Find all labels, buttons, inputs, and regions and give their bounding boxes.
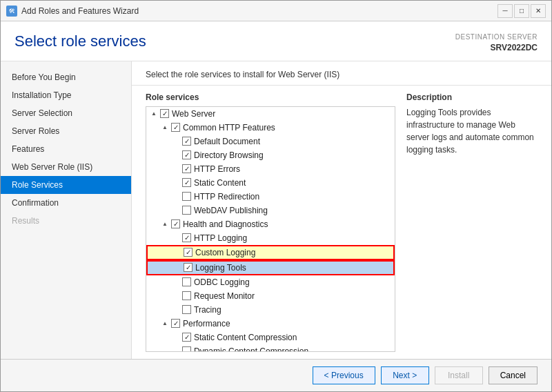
tree-item-http-errors[interactable]: HTTP Errors (146, 162, 395, 176)
tree-item-health-diag[interactable]: ▲Health and Diagnostics (146, 217, 395, 231)
checkbox-http-logging[interactable] (182, 233, 191, 242)
destination-label: DESTINATION SERVER (455, 32, 538, 42)
checkbox-tracing[interactable] (182, 305, 191, 314)
next-button[interactable]: Next > (381, 366, 429, 384)
tree-item-dynamic-compress[interactable]: Dynamic Content Compression (146, 344, 395, 352)
tree-item-web-server[interactable]: ▲Web Server (146, 107, 395, 121)
checkbox-request-monitor[interactable] (182, 291, 191, 300)
checkbox-odbc-logging[interactable] (182, 277, 191, 286)
expand-icon-logging-tools[interactable] (172, 263, 182, 273)
tree-item-default-doc[interactable]: Default Document (146, 135, 395, 148)
tree-item-http-redirect[interactable]: HTTP Redirection (146, 190, 395, 204)
sidebar-item-server-selection[interactable]: Server Selection (1, 104, 131, 122)
content-body: Role services ▲Web Server▲Common HTTP Fe… (132, 86, 551, 359)
sidebar-item-server-roles[interactable]: Server Roles (1, 122, 131, 140)
tree-label-http-errors: HTTP Errors (194, 164, 240, 174)
expand-icon-default-doc[interactable] (171, 137, 181, 146)
tree-label-http-redirect: HTTP Redirection (194, 192, 259, 202)
tree-label-web-server: Web Server (172, 109, 215, 119)
checkbox-dir-browsing[interactable] (182, 150, 191, 159)
expand-icon-static-compress[interactable] (171, 333, 181, 342)
expand-icon-http-redirect[interactable] (171, 192, 181, 202)
sidebar-item-installation-type[interactable]: Installation Type (1, 86, 131, 104)
content-area: Before You BeginInstallation TypeServer … (1, 61, 551, 359)
tree-item-tracing[interactable]: Tracing (146, 303, 395, 317)
description-panel: Description Logging Tools provides infra… (406, 92, 538, 352)
expand-icon-common-http[interactable]: ▲ (160, 123, 170, 133)
expand-icon-web-server[interactable]: ▲ (149, 109, 159, 119)
tree-label-dynamic-compress: Dynamic Content Compression (194, 346, 308, 352)
header-section: Select role services DESTINATION SERVER … (1, 21, 551, 61)
tree-item-http-logging[interactable]: HTTP Logging (146, 231, 395, 245)
sidebar-item-confirmation[interactable]: Confirmation (1, 194, 131, 212)
expand-icon-performance[interactable]: ▲ (160, 319, 170, 329)
checkbox-common-http[interactable] (171, 123, 180, 132)
tree-item-common-http[interactable]: ▲Common HTTP Features (146, 121, 395, 135)
checkbox-health-diag[interactable] (171, 219, 180, 228)
expand-icon-static-content[interactable] (171, 178, 181, 188)
expand-icon-http-errors[interactable] (171, 164, 181, 174)
sidebar-item-role-services[interactable]: Role Services (1, 176, 131, 194)
sidebar-item-before-you-begin[interactable]: Before You Begin (1, 68, 131, 86)
checkbox-static-content[interactable] (182, 178, 191, 187)
tree-label-common-http: Common HTTP Features (183, 123, 275, 133)
expand-icon-dir-browsing[interactable] (171, 150, 181, 160)
destination-name: SRV2022DC (455, 42, 538, 54)
wizard-window: 🛠 Add Roles and Features Wizard ─ □ ✕ Se… (0, 0, 552, 392)
destination-info: DESTINATION SERVER SRV2022DC (455, 32, 538, 54)
close-button[interactable]: ✕ (531, 4, 546, 18)
tree-item-performance[interactable]: ▲Performance (146, 317, 395, 331)
maximize-button[interactable]: □ (514, 4, 529, 18)
role-services-panel: Role services ▲Web Server▲Common HTTP Fe… (146, 92, 395, 352)
tree-item-custom-logging[interactable]: Custom Logging (146, 245, 395, 260)
checkbox-dynamic-compress[interactable] (182, 346, 191, 352)
checkbox-http-errors[interactable] (182, 164, 191, 173)
install-button: Install (435, 366, 483, 384)
expand-icon-http-logging[interactable] (171, 233, 181, 243)
tree-label-webdav: WebDAV Publishing (194, 206, 268, 215)
checkbox-logging-tools[interactable] (184, 263, 193, 272)
tree-item-static-compress[interactable]: Static Content Compression (146, 331, 395, 344)
checkbox-web-server[interactable] (160, 109, 169, 118)
minimize-button[interactable]: ─ (497, 4, 513, 18)
tree-container[interactable]: ▲Web Server▲Common HTTP FeaturesDefault … (146, 106, 395, 352)
tree-item-static-content[interactable]: Static Content (146, 176, 395, 190)
title-bar: 🛠 Add Roles and Features Wizard ─ □ ✕ (1, 1, 551, 21)
window-title: Add Roles and Features Wizard (21, 6, 139, 16)
checkbox-static-compress[interactable] (182, 333, 191, 342)
expand-icon-tracing[interactable] (171, 305, 181, 315)
tree-item-webdav[interactable]: WebDAV Publishing (146, 204, 395, 217)
expand-icon-odbc-logging[interactable] (171, 277, 181, 287)
expand-icon-request-monitor[interactable] (171, 291, 181, 301)
sidebar-item-results: Results (1, 212, 131, 230)
tree-label-static-compress: Static Content Compression (194, 333, 297, 342)
tree-item-dir-browsing[interactable]: Directory Browsing (146, 148, 395, 162)
description-header: Description (406, 92, 538, 102)
cancel-button[interactable]: Cancel (489, 366, 538, 384)
previous-button[interactable]: < Previous (313, 366, 375, 384)
sidebar-item-web-server-role[interactable]: Web Server Role (IIS) (1, 158, 131, 176)
wizard-icon: 🛠 (6, 6, 17, 17)
expand-icon-webdav[interactable] (171, 206, 181, 215)
tree-item-logging-tools[interactable]: Logging Tools (146, 260, 395, 275)
checkbox-default-doc[interactable] (182, 137, 191, 146)
title-bar-left: 🛠 Add Roles and Features Wizard (6, 6, 139, 17)
expand-icon-health-diag[interactable]: ▲ (160, 219, 170, 229)
tree-label-request-monitor: Request Monitor (194, 291, 255, 301)
description-text: Logging Tools provides infrastructure to… (406, 106, 538, 156)
checkbox-custom-logging[interactable] (184, 248, 193, 257)
checkbox-http-redirect[interactable] (182, 192, 191, 201)
tree-label-dir-browsing: Directory Browsing (194, 150, 264, 160)
checkbox-performance[interactable] (171, 319, 180, 328)
content-instruction: Select the role services to install for … (132, 61, 551, 86)
tree-label-http-logging: HTTP Logging (194, 233, 247, 243)
tree-item-odbc-logging[interactable]: ODBC Logging (146, 275, 395, 289)
tree-label-odbc-logging: ODBC Logging (194, 277, 250, 287)
expand-icon-custom-logging[interactable] (172, 248, 182, 257)
page-title: Select role services (14, 32, 146, 50)
tree-item-request-monitor[interactable]: Request Monitor (146, 289, 395, 303)
tree-label-default-doc: Default Document (194, 137, 260, 146)
sidebar-item-features[interactable]: Features (1, 140, 131, 158)
expand-icon-dynamic-compress[interactable] (171, 346, 181, 352)
checkbox-webdav[interactable] (182, 206, 191, 215)
